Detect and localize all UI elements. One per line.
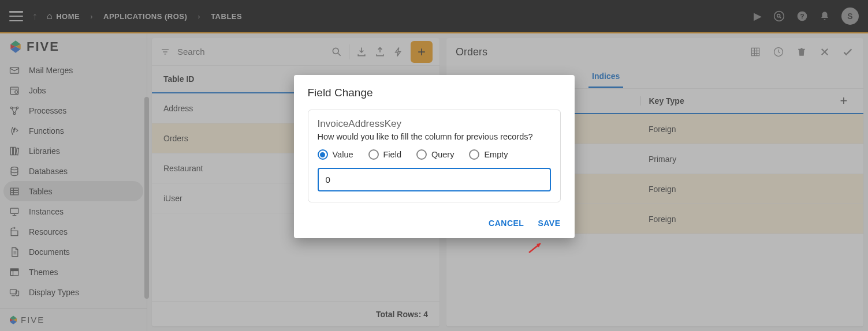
modal-value-input[interactable] bbox=[318, 168, 551, 191]
radio-query[interactable]: Query bbox=[416, 149, 455, 160]
radio-icon bbox=[368, 149, 379, 160]
field-change-modal: Field Change InvoiceAddressKey How would… bbox=[294, 75, 575, 238]
radio-label: Query bbox=[431, 150, 455, 159]
radio-label: Value bbox=[333, 150, 353, 159]
cancel-button[interactable]: CANCEL bbox=[489, 219, 524, 228]
modal-actions: CANCEL SAVE bbox=[294, 213, 575, 238]
radio-field[interactable]: Field bbox=[368, 149, 401, 160]
modal-radio-group: Value Field Query Empty bbox=[318, 149, 551, 160]
modal-card: InvoiceAddressKey How would you like to … bbox=[308, 110, 561, 202]
radio-icon bbox=[469, 149, 479, 160]
radio-empty[interactable]: Empty bbox=[469, 149, 508, 160]
modal-overlay: Field Change InvoiceAddressKey How would… bbox=[0, 0, 868, 331]
modal-prompt: How would you like to fill the column fo… bbox=[318, 132, 551, 141]
save-button[interactable]: SAVE bbox=[538, 219, 560, 228]
radio-label: Field bbox=[383, 150, 401, 159]
radio-value[interactable]: Value bbox=[318, 149, 353, 160]
radio-icon bbox=[318, 149, 328, 160]
radio-label: Empty bbox=[484, 150, 508, 159]
modal-title: Field Change bbox=[294, 75, 575, 106]
modal-field-name: InvoiceAddressKey bbox=[318, 118, 551, 130]
radio-icon bbox=[416, 149, 427, 160]
